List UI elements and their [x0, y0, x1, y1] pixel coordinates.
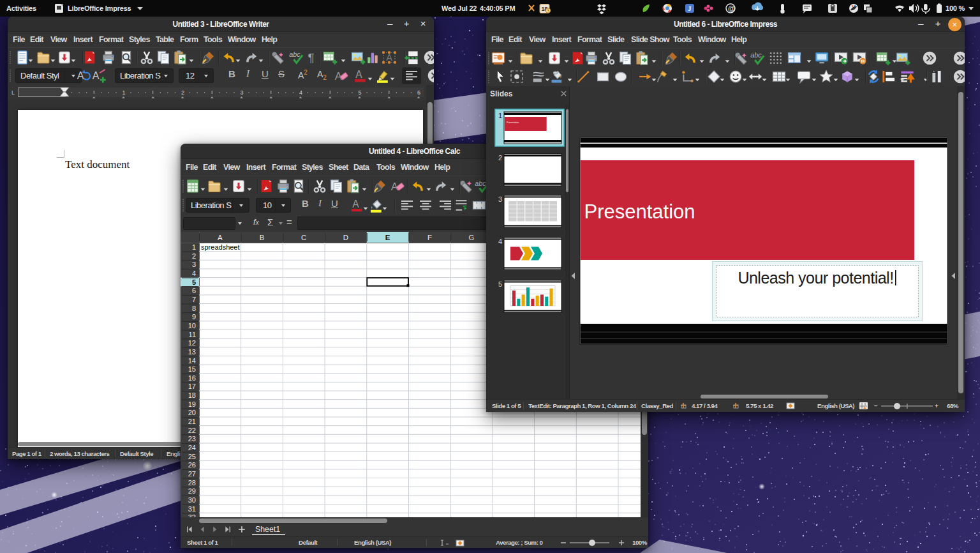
svg-text:E: E: [385, 234, 390, 241]
svg-text:3: 3: [192, 261, 196, 268]
svg-text:F: F: [427, 234, 432, 241]
svg-text:3: 3: [241, 89, 244, 96]
svg-text:7: 7: [192, 296, 196, 303]
svg-text:16: 16: [188, 374, 196, 382]
svg-text:30: 30: [188, 496, 196, 504]
svg-text:31: 31: [188, 505, 196, 513]
svg-text:1: 1: [122, 89, 126, 96]
svg-text:22: 22: [188, 427, 196, 434]
svg-text:4: 4: [498, 238, 502, 245]
svg-text:5: 5: [359, 89, 362, 96]
svg-text:6: 6: [192, 287, 196, 294]
svg-text:5: 5: [192, 278, 196, 286]
svg-text:14: 14: [188, 357, 196, 365]
svg-text:L: L: [11, 89, 15, 96]
svg-text:6: 6: [417, 89, 420, 96]
svg-text:2: 2: [181, 89, 184, 96]
svg-text:5: 5: [498, 280, 502, 288]
svg-text:4: 4: [192, 269, 196, 277]
svg-text:3: 3: [498, 195, 502, 203]
svg-text:15: 15: [188, 365, 196, 373]
svg-text:Presentation: Presentation: [584, 201, 695, 223]
svg-text:@: @: [728, 4, 735, 12]
svg-text:1: 1: [192, 243, 196, 251]
svg-text:1: 1: [498, 112, 502, 119]
svg-text:21: 21: [188, 418, 196, 425]
svg-text:29: 29: [188, 487, 196, 495]
svg-text:26: 26: [188, 461, 196, 469]
svg-text:C: C: [301, 234, 306, 241]
svg-text:11: 11: [189, 331, 196, 338]
svg-text:8: 8: [192, 305, 196, 312]
svg-text:32: 32: [188, 513, 196, 517]
svg-text:2: 2: [498, 154, 502, 162]
svg-text:Slides: Slides: [490, 89, 513, 98]
svg-text:spreadsheet: spreadsheet: [201, 243, 240, 251]
svg-text:28: 28: [188, 479, 196, 487]
svg-text:10: 10: [188, 322, 196, 330]
svg-text:Presentation: Presentation: [507, 121, 519, 124]
svg-text:B: B: [260, 234, 265, 241]
svg-text:4: 4: [299, 89, 302, 96]
svg-text:18: 18: [188, 391, 196, 399]
svg-text:19: 19: [188, 400, 196, 408]
svg-text:Sheet1: Sheet1: [255, 525, 280, 534]
svg-text:24: 24: [188, 444, 196, 451]
svg-text:2: 2: [192, 252, 196, 260]
svg-text:25: 25: [188, 453, 196, 460]
svg-text:A: A: [218, 234, 223, 241]
svg-text:Unleash your potential!: Unleash your potential!: [738, 269, 893, 287]
svg-text:J: J: [688, 4, 692, 12]
svg-text:G: G: [469, 234, 475, 241]
svg-text:20: 20: [188, 409, 196, 416]
svg-text:17: 17: [188, 383, 196, 390]
svg-text:9: 9: [192, 313, 196, 321]
svg-text:13: 13: [188, 348, 196, 356]
svg-text:12: 12: [188, 339, 196, 347]
svg-text:23: 23: [188, 435, 196, 443]
svg-text:D: D: [343, 234, 348, 241]
svg-text:27: 27: [188, 470, 196, 478]
